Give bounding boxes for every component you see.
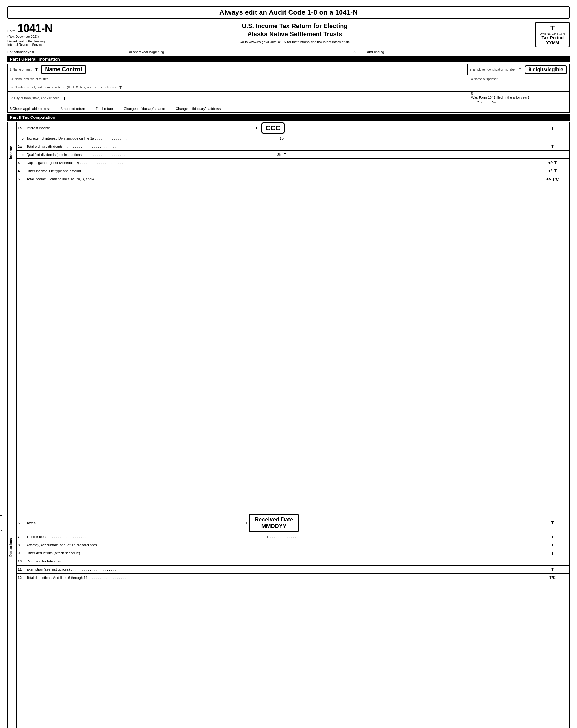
received-date-box: Received Date MMDDYY: [249, 514, 299, 532]
header-row: Form 1041-N (Rev. December 2023) Departm…: [7, 22, 570, 48]
row-2a-val: T: [537, 144, 568, 149]
form-number: 1041-N: [18, 22, 52, 35]
row-2b: b Qualified dividends (see instructions)…: [17, 151, 569, 159]
row-7-num: 7: [18, 535, 27, 539]
row-5-num: 5: [18, 177, 27, 181]
yes-checkbox-item[interactable]: Yes: [471, 100, 482, 104]
form1041-label: Was Form 1041 filed in the prior year?: [471, 96, 529, 99]
row-6-val: T: [537, 521, 568, 525]
subtitle: Alaska Native Settlement Trusts: [79, 30, 510, 38]
change-fiduciary-address-label: Change in fiduciary's address: [176, 107, 220, 111]
gi-cell-city: 3c City or town, state, and ZIP code T: [8, 92, 469, 105]
trustee-name-label: Name and title of trustee: [15, 77, 48, 81]
row-1b-desc: Tax-exempt interest. Don't include on li…: [27, 136, 277, 140]
change-fiduciary-address-item[interactable]: Change in fiduciary's address: [170, 107, 220, 111]
name-control-box: Name Control: [41, 65, 86, 74]
ein-label: Employer identification number: [473, 68, 516, 71]
top-banner: Always edit an Audit Code 1-8 on a 1041-…: [7, 6, 570, 19]
nine-digits-box: 9 digits/legible: [525, 65, 567, 74]
gi-row-city: 3c City or town, state, and ZIP code T 5…: [8, 92, 569, 105]
row-8: 8 Attorney, accountant, and return prepa…: [17, 541, 569, 549]
deductions-section-rows: Deductions Line 6 Codes 6: [8, 183, 570, 728]
row-6-desc: Taxes . . . . . . . . . . . . . . .: [27, 521, 244, 525]
income-rows-cell: 1a Interest income . . . . . . . . . . T…: [17, 122, 570, 183]
row-8-num: 8: [18, 543, 27, 547]
line3c-label: 3c: [10, 97, 13, 100]
received-date-line1: Received Date: [255, 517, 293, 523]
row-11-val: T: [537, 567, 568, 572]
final-return-checkbox[interactable]: [90, 107, 94, 111]
ein-t: T: [519, 67, 521, 72]
amended-return-item[interactable]: Amended return: [55, 107, 85, 111]
change-fiduciary-name-checkbox[interactable]: [118, 107, 123, 111]
row-2a: 2a Total ordinary dividends . . . . . . …: [17, 142, 569, 151]
gi-row-name: 1 Name of trust T Name Control 2 Employe…: [8, 64, 569, 75]
row-10-num: 10: [18, 559, 27, 563]
row-2b-num: b: [18, 153, 27, 157]
change-fiduciary-name-label: Change in fiduciary's name: [124, 107, 165, 111]
amended-return-checkbox[interactable]: [55, 107, 59, 111]
sponsor-label: 4 Name of sponsor: [471, 77, 498, 81]
row-3: 3 Capital gain or (loss) (Schedule D) . …: [17, 159, 569, 167]
gi-cell-ein: 2 Employer identification number T 9 dig…: [468, 64, 569, 75]
row-9-num: 9: [18, 551, 27, 555]
rev-date: (Rev. December 2023): [7, 35, 76, 38]
row-8-desc: Attorney, accountant, and return prepare…: [27, 543, 282, 547]
row-12: 12 Total deductions. Add lines 6 through…: [17, 574, 569, 582]
part2-table: Income 1a Interest income . . . . . . . …: [7, 122, 570, 728]
line2-label: 2: [470, 68, 471, 71]
row-1a: 1a Interest income . . . . . . . . . . T…: [17, 122, 569, 134]
amended-return-label: Amended return: [60, 107, 85, 111]
row-6-t: T: [245, 521, 248, 525]
change-fiduciary-name-item[interactable]: Change in fiduciary's name: [118, 107, 165, 111]
yes-checkbox[interactable]: [471, 100, 475, 104]
yes-label: Yes: [477, 100, 482, 104]
row-1b-num: b: [18, 136, 27, 140]
row-6: Line 6 Codes 6 Taxes . . . . . . . . . .…: [17, 513, 569, 533]
deductions-rows-cell: Line 6 Codes 6 Taxes . . . . . . . . . .…: [17, 183, 570, 728]
gi-cell-form1041: 5 Was Form 1041 filed in the prior year?…: [469, 92, 569, 105]
row-9: 9 Other deductions (attach schedule) . .…: [17, 549, 569, 557]
row-3-desc: Capital gain or (loss) (Schedule D) . . …: [27, 161, 282, 165]
row-1a-val: T: [537, 126, 568, 131]
row-10-desc: Reserved for future use . . . . . . . . …: [27, 559, 282, 563]
address-label: Number, street, and room or suite no. (I…: [15, 86, 115, 89]
no-checkbox[interactable]: [486, 100, 491, 104]
deductions-section-label-cell: Deductions: [8, 183, 17, 728]
row-12-num: 12: [18, 576, 27, 579]
row-4-num: 4: [18, 169, 27, 173]
income-section-label-cell: Income: [8, 122, 17, 183]
row-7: 7 Trustee fees . . . . . . . . . . . . .…: [17, 533, 569, 541]
final-return-item[interactable]: Final return: [90, 107, 113, 111]
general-info-section: 1 Name of trust T Name Control 2 Employe…: [7, 64, 570, 113]
omb-label: OMB No. 1545-1776: [540, 32, 566, 35]
line6-codes-box: Line 6 Codes: [0, 515, 2, 531]
tax-period-label: Tax Period: [540, 35, 566, 40]
address-t: T: [119, 85, 122, 90]
row-4: 4 Other income. List type and amount +/-…: [17, 167, 569, 175]
dept-label: Department of the Treasury: [7, 40, 76, 43]
income-section-rows: Income 1a Interest income . . . . . . . …: [8, 122, 570, 183]
row-1a-num: 1a: [18, 126, 27, 130]
no-checkbox-item[interactable]: No: [486, 100, 496, 104]
row-2a-num: 2a: [18, 145, 27, 149]
row-5-val: +/- T/C: [537, 177, 568, 182]
part2-header: Part II Tax Computation: [7, 114, 570, 121]
tax-period-box: T OMB No. 1545-1776 Tax Period YYMM: [535, 22, 570, 48]
line3a-label: 3a: [10, 77, 13, 81]
gi-cell-address: 3b Number, street, and room or suite no.…: [8, 83, 569, 91]
row-4-val: +/- T: [537, 168, 568, 173]
row-11: 11 Exemption (see instructions) . . . . …: [17, 566, 569, 574]
header-right: T OMB No. 1545-1776 Tax Period YYMM: [513, 22, 570, 48]
page: Always edit an Audit Code 1-8 on a 1041-…: [0, 0, 577, 728]
row-6-num: 6: [18, 521, 27, 525]
row-2b-t: T: [284, 153, 286, 157]
row-3-val: +/- T: [537, 160, 568, 165]
row-1a-desc: Interest income . . . . . . . . . .: [27, 126, 254, 130]
tax-period-t: T: [540, 24, 566, 32]
gi-row-trustee: 3a Name and title of trustee 4 Name of s…: [8, 75, 569, 83]
row-8-val: T: [537, 543, 568, 547]
irs-label: Internal Revenue Service: [7, 43, 76, 47]
change-fiduciary-address-checkbox[interactable]: [170, 107, 174, 111]
main-title: U.S. Income Tax Return for Electing: [79, 22, 510, 30]
